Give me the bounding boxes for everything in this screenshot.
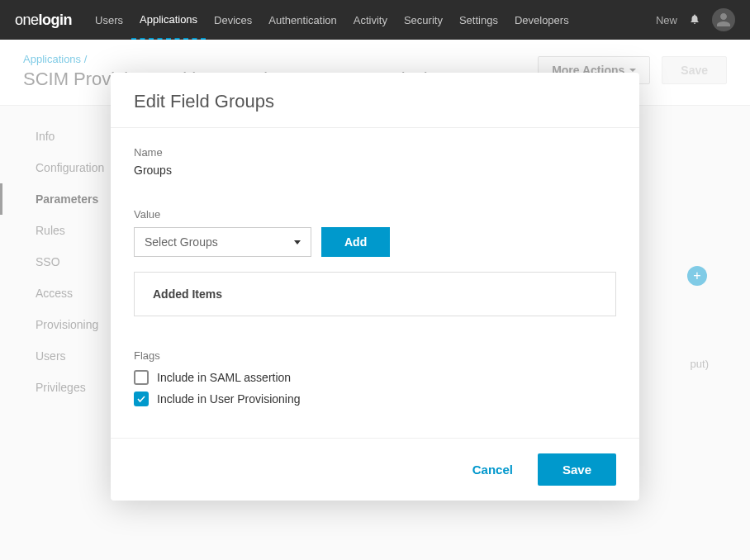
topnav-activity[interactable]: Activity [345,0,396,40]
checkbox-unchecked-icon [134,370,149,385]
brand-logo: onelogin [15,12,72,29]
topnav-items: Users Applications Devices Authenticatio… [87,0,577,40]
topnav-developers[interactable]: Developers [506,0,577,40]
top-nav: onelogin Users Applications Devices Auth… [0,0,750,40]
bell-icon[interactable] [689,13,700,27]
cancel-button[interactable]: Cancel [472,463,513,477]
save-button-modal[interactable]: Save [538,453,616,486]
topnav-new-label[interactable]: New [656,14,677,26]
topnav-authentication[interactable]: Authentication [260,0,344,40]
name-field-label: Name [134,146,616,159]
topnav-security[interactable]: Security [396,0,451,40]
topnav-devices[interactable]: Devices [206,0,260,40]
flag-include-saml-label: Include in SAML assertion [157,371,291,384]
flag-include-provisioning-label: Include in User Provisioning [157,392,301,406]
modal-header: Edit Field Groups [111,73,639,128]
added-items-label: Added Items [153,287,222,301]
groups-select[interactable]: Select Groups [134,227,311,257]
topnav-right: New [656,8,735,31]
modal-title: Edit Field Groups [134,91,616,112]
flags-label: Flags [134,349,616,362]
chevron-down-icon [294,240,301,244]
name-field-value: Groups [134,164,616,177]
value-row: Select Groups Add [134,227,616,257]
edit-field-groups-modal: Edit Field Groups Name Groups Value Sele… [111,73,639,501]
added-items-box: Added Items [134,272,616,316]
brand-bold: login [39,12,73,28]
avatar[interactable] [712,8,735,31]
modal-overlay: Edit Field Groups Name Groups Value Sele… [0,40,750,560]
add-button[interactable]: Add [321,227,390,257]
checkbox-checked-icon [134,392,149,406]
flags-section: Flags Include in SAML assertion Include … [134,349,616,406]
topnav-users[interactable]: Users [87,0,131,40]
groups-select-placeholder: Select Groups [145,235,218,249]
brand-pre: one [15,12,39,28]
value-field-label: Value [134,208,616,221]
flag-include-provisioning[interactable]: Include in User Provisioning [134,392,616,406]
modal-footer: Cancel Save [111,438,639,501]
topnav-settings[interactable]: Settings [451,0,506,40]
modal-body: Name Groups Value Select Groups Add Adde… [111,128,639,438]
topnav-applications[interactable]: Applications [131,0,206,40]
flag-include-saml[interactable]: Include in SAML assertion [134,370,616,385]
